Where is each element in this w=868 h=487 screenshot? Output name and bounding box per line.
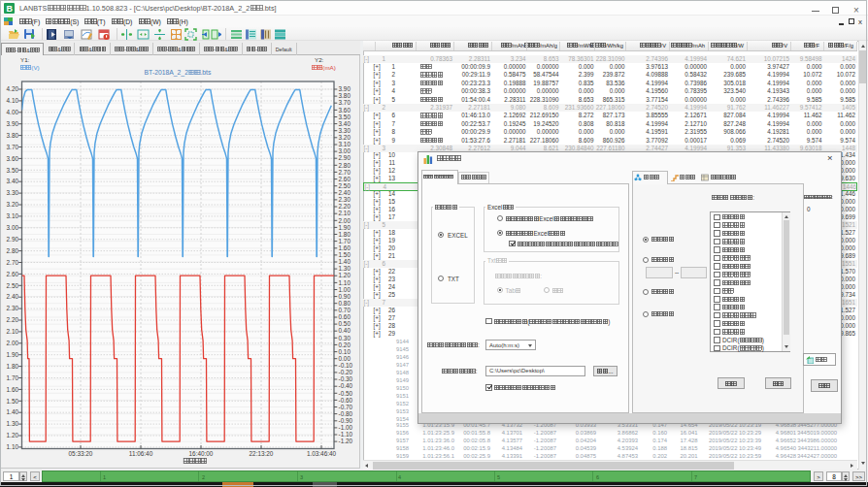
svg-text:3.40: 3.40 bbox=[339, 120, 351, 127]
svg-text:0.10: 0.10 bbox=[339, 348, 351, 355]
svg-text:-1.10: -1.10 bbox=[339, 431, 353, 438]
svg-text:2.40: 2.40 bbox=[7, 293, 19, 300]
svg-text:4.00: 4.00 bbox=[7, 109, 19, 115]
svg-text:2.80: 2.80 bbox=[7, 247, 19, 254]
svg-text:1.10: 1.10 bbox=[7, 443, 19, 450]
svg-text:-0.40: -0.40 bbox=[339, 382, 353, 389]
svg-text:1.30: 1.30 bbox=[7, 420, 19, 427]
svg-text:3.50: 3.50 bbox=[7, 167, 19, 174]
svg-text:1.30: 1.30 bbox=[339, 265, 351, 272]
svg-text:3.60: 3.60 bbox=[7, 155, 19, 162]
svg-text:1.80: 1.80 bbox=[7, 363, 19, 370]
svg-text:3.20: 3.20 bbox=[7, 201, 19, 208]
svg-text:0.20: 0.20 bbox=[339, 341, 351, 348]
svg-text:0.50: 0.50 bbox=[339, 320, 351, 327]
svg-text:3.70: 3.70 bbox=[339, 99, 351, 106]
svg-text:1.10: 1.10 bbox=[339, 279, 351, 286]
svg-text:3.30: 3.30 bbox=[7, 189, 19, 196]
svg-text:3.90: 3.90 bbox=[339, 85, 351, 92]
svg-text:4.10: 4.10 bbox=[7, 97, 19, 104]
svg-text:05:33:20: 05:33:20 bbox=[69, 450, 93, 457]
svg-text:1.70: 1.70 bbox=[339, 238, 351, 244]
svg-text:3.00: 3.00 bbox=[339, 147, 351, 154]
svg-text:2.10: 2.10 bbox=[339, 210, 351, 216]
svg-text:3.90: 3.90 bbox=[7, 120, 19, 127]
svg-text:2.20: 2.20 bbox=[7, 316, 19, 323]
svg-text:0.90: 0.90 bbox=[339, 293, 351, 300]
svg-text:11:06:40: 11:06:40 bbox=[129, 450, 153, 457]
svg-text:2.00: 2.00 bbox=[7, 340, 19, 346]
svg-text:2.30: 2.30 bbox=[339, 196, 351, 203]
svg-text:2.60: 2.60 bbox=[7, 271, 19, 277]
svg-text:1.03:46:40: 1.03:46:40 bbox=[307, 450, 337, 457]
svg-text:0.70: 0.70 bbox=[339, 307, 351, 313]
svg-text:-0.20: -0.20 bbox=[339, 369, 353, 375]
svg-text:3.10: 3.10 bbox=[7, 212, 19, 219]
svg-text:2.40: 2.40 bbox=[339, 189, 351, 196]
svg-text:2.70: 2.70 bbox=[339, 169, 351, 176]
svg-text:3.60: 3.60 bbox=[339, 107, 351, 114]
svg-text:-0.60: -0.60 bbox=[339, 397, 353, 404]
svg-text:0.80: 0.80 bbox=[339, 300, 351, 307]
svg-text:1.00: 1.00 bbox=[339, 286, 351, 293]
svg-text:1.70: 1.70 bbox=[7, 374, 19, 381]
svg-text:2.50: 2.50 bbox=[7, 282, 19, 289]
svg-text:-1.20: -1.20 bbox=[339, 438, 353, 444]
svg-text:3.00: 3.00 bbox=[7, 224, 19, 231]
svg-text:1.50: 1.50 bbox=[339, 251, 351, 258]
svg-text:-0.10: -0.10 bbox=[339, 362, 353, 369]
svg-text:2.20: 2.20 bbox=[339, 203, 351, 210]
svg-text:1.20: 1.20 bbox=[339, 272, 351, 278]
svg-text:1.50: 1.50 bbox=[7, 398, 19, 405]
svg-text:2.90: 2.90 bbox=[339, 154, 351, 161]
svg-text:22:13:20: 22:13:20 bbox=[250, 450, 274, 457]
svg-text:3.40: 3.40 bbox=[7, 178, 19, 184]
svg-text:3.30: 3.30 bbox=[339, 127, 351, 134]
svg-text:2.00: 2.00 bbox=[339, 217, 351, 224]
svg-text:1.60: 1.60 bbox=[339, 244, 351, 251]
svg-text:1.20: 1.20 bbox=[7, 432, 19, 438]
svg-text:2.70: 2.70 bbox=[7, 259, 19, 266]
svg-text:1.60: 1.60 bbox=[7, 386, 19, 393]
svg-text:3.10: 3.10 bbox=[339, 141, 351, 147]
svg-text:0.40: 0.40 bbox=[339, 327, 351, 334]
svg-text:-0.70: -0.70 bbox=[339, 404, 353, 410]
svg-text:4.20: 4.20 bbox=[7, 85, 19, 92]
svg-text:1.40: 1.40 bbox=[7, 408, 19, 415]
svg-text:3.80: 3.80 bbox=[339, 92, 351, 99]
svg-text:2.80: 2.80 bbox=[339, 162, 351, 169]
svg-text:-0.80: -0.80 bbox=[339, 410, 353, 417]
svg-text:0.60: 0.60 bbox=[339, 313, 351, 320]
svg-text:2.60: 2.60 bbox=[339, 176, 351, 182]
svg-text:-1.00: -1.00 bbox=[339, 424, 353, 431]
svg-text:16:40:00: 16:40:00 bbox=[189, 450, 214, 457]
svg-text:-0.30: -0.30 bbox=[339, 375, 353, 382]
svg-text:1.90: 1.90 bbox=[7, 351, 19, 358]
svg-text:-0.90: -0.90 bbox=[339, 417, 353, 424]
svg-text:3.20: 3.20 bbox=[339, 134, 351, 141]
svg-text:2.90: 2.90 bbox=[7, 236, 19, 243]
svg-text:2.30: 2.30 bbox=[7, 305, 19, 311]
svg-text:0.00: 0.00 bbox=[339, 355, 351, 362]
svg-text:1.80: 1.80 bbox=[339, 231, 351, 238]
svg-text:3.70: 3.70 bbox=[7, 144, 19, 150]
svg-text:2.50: 2.50 bbox=[339, 182, 351, 189]
svg-text:2.10: 2.10 bbox=[7, 328, 19, 335]
svg-text:0.30: 0.30 bbox=[339, 335, 351, 341]
svg-text:1.40: 1.40 bbox=[339, 258, 351, 265]
svg-text:3.50: 3.50 bbox=[339, 114, 351, 120]
svg-text:-0.50: -0.50 bbox=[339, 390, 353, 397]
svg-text:3.80: 3.80 bbox=[7, 132, 19, 139]
svg-text:1.90: 1.90 bbox=[339, 224, 351, 231]
